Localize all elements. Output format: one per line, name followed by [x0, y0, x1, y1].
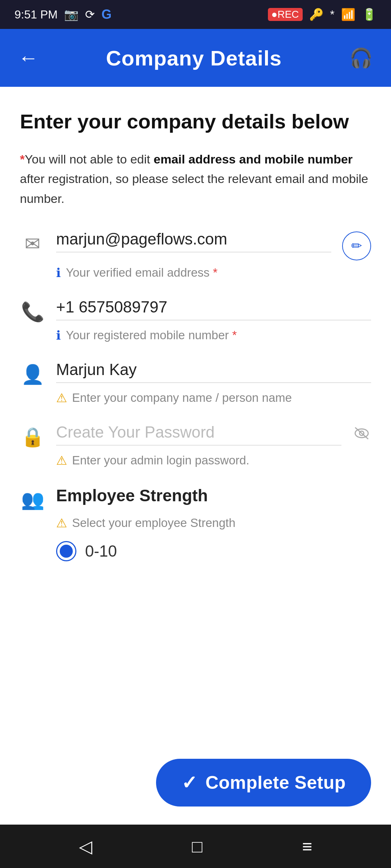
- email-section: ✉ marjun@pageflows.com ✏ ℹ Your verified…: [20, 230, 371, 280]
- lock-icon: 🔒: [20, 426, 45, 448]
- status-time: 9:51 PM: [14, 8, 58, 21]
- phone-hint-text: Your registered mobile number *: [66, 328, 237, 342]
- phone-hint: ℹ Your registered mobile number *: [56, 328, 371, 342]
- phone-field-content: +1 6575089797: [56, 298, 371, 320]
- email-value: marjun@pageflows.com: [56, 230, 227, 248]
- nav-bar: ◁ □ ≡: [0, 825, 391, 868]
- email-row: ✉ marjun@pageflows.com ✏: [20, 230, 371, 260]
- company-name-field-content[interactable]: Marjun Kay: [56, 361, 371, 383]
- complete-setup-label: Complete Setup: [205, 772, 346, 793]
- company-name-warning-icon: ⚠: [56, 391, 67, 405]
- phone-row: 📞 +1 6575089797: [20, 298, 371, 323]
- back-button[interactable]: ←: [18, 48, 38, 68]
- notice-asterisk: *: [20, 152, 25, 166]
- key-icon: 🔑: [309, 8, 324, 21]
- employee-strength-radio-group: 0-10: [56, 541, 371, 561]
- password-placeholder: Create Your Password: [56, 423, 215, 441]
- phone-section: 📞 +1 6575089797 ℹ Your registered mobile…: [20, 298, 371, 342]
- password-hint: ⚠ Enter your admin login password.: [56, 453, 371, 468]
- password-row: 🔒 Create Your Password: [20, 423, 371, 448]
- employee-strength-warning-icon: ⚠: [56, 516, 67, 530]
- phone-info-icon: ℹ: [56, 328, 61, 342]
- battery-icon: 🔋: [362, 8, 377, 21]
- complete-setup-button[interactable]: ✓ Complete Setup: [156, 759, 371, 807]
- email-hint-text: Your verified email address *: [66, 266, 218, 280]
- password-toggle-icon[interactable]: [352, 426, 371, 444]
- company-name-hint: ⚠ Enter your company name / person name: [56, 391, 371, 405]
- camera-icon: 📷: [64, 8, 79, 21]
- status-bar: 9:51 PM 📷 ⟳ G ●REC 🔑 * 📶 🔋: [0, 0, 391, 29]
- google-icon: G: [101, 7, 112, 22]
- main-content: Enter your company details below *You wi…: [0, 87, 391, 748]
- bluetooth-icon: *: [330, 8, 335, 21]
- notice-part2: after registration, so please select the…: [20, 172, 368, 205]
- status-right: ●REC 🔑 * 📶 🔋: [268, 8, 377, 21]
- notice-text: *You will not able to edit email address…: [20, 149, 371, 208]
- employees-icon: 👥: [20, 489, 45, 511]
- person-icon: 👤: [20, 363, 45, 386]
- complete-check-icon: ✓: [181, 772, 198, 793]
- nav-menu-button[interactable]: ≡: [291, 833, 323, 860]
- radio-0-10-inner: [60, 545, 73, 558]
- email-hint: ℹ Your verified email address *: [56, 265, 371, 280]
- phone-icon: 📞: [20, 301, 45, 323]
- company-name-section: 👤 Marjun Kay ⚠ Enter your company name /…: [20, 361, 371, 405]
- password-hint-text: Enter your admin login password.: [72, 454, 249, 467]
- header: ← Company Details 🎧: [0, 29, 391, 87]
- password-section: 🔒 Create Your Password ⚠ Enter your admi…: [20, 423, 371, 468]
- page-title: Company Details: [106, 46, 282, 70]
- company-name-row: 👤 Marjun Kay: [20, 361, 371, 386]
- company-name-hint-text: Enter your company name / person name: [72, 391, 292, 405]
- page-heading: Enter your company details below: [20, 109, 371, 135]
- email-field-content: marjun@pageflows.com: [56, 230, 331, 252]
- edit-email-button[interactable]: ✏: [342, 231, 371, 260]
- record-icon: ●REC: [268, 8, 303, 21]
- nav-back-button[interactable]: ◁: [68, 833, 103, 860]
- notice-bold: email address and mobile number: [154, 152, 353, 166]
- employee-strength-hint-text: Select your employee Strength: [72, 516, 235, 530]
- status-left: 9:51 PM 📷 ⟳ G: [14, 7, 112, 22]
- support-icon[interactable]: 🎧: [349, 47, 373, 69]
- bottom-action-area: ✓ Complete Setup: [0, 748, 391, 825]
- radio-0-10-label: 0-10: [85, 542, 117, 560]
- nav-home-button[interactable]: □: [181, 833, 213, 860]
- phone-value: +1 6575089797: [56, 298, 167, 316]
- employee-strength-row: 👥 Employee Strength: [20, 486, 371, 511]
- employee-strength-section: 👥 Employee Strength ⚠ Select your employ…: [20, 486, 371, 561]
- employee-strength-label: Employee Strength: [56, 486, 208, 505]
- employee-strength-label-wrap: Employee Strength: [56, 486, 208, 505]
- password-warning-icon: ⚠: [56, 453, 67, 468]
- email-info-icon: ℹ: [56, 265, 61, 280]
- radio-0-10[interactable]: [56, 541, 76, 561]
- wifi-icon: 📶: [341, 8, 356, 21]
- notice-part1: You will not able to edit: [25, 152, 154, 166]
- company-name-value: Marjun Kay: [56, 361, 137, 378]
- data-icon: ⟳: [85, 8, 95, 21]
- password-field-content[interactable]: Create Your Password: [56, 423, 341, 446]
- employee-strength-hint: ⚠ Select your employee Strength: [56, 516, 371, 530]
- email-icon: ✉: [20, 233, 45, 255]
